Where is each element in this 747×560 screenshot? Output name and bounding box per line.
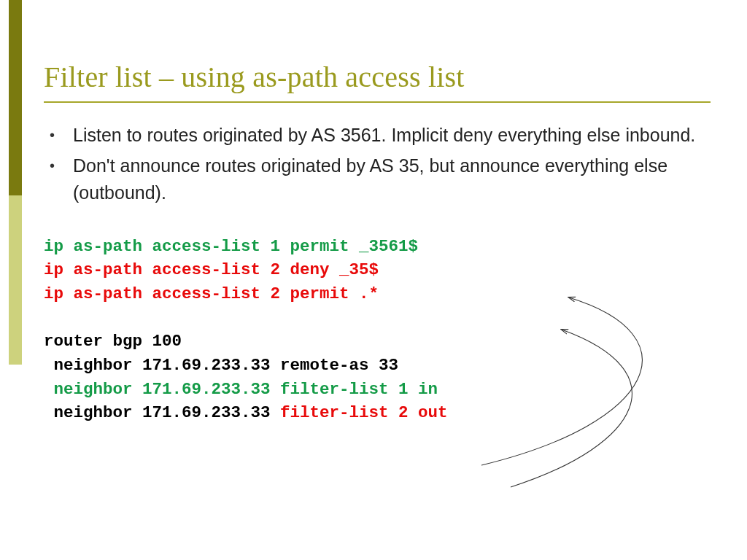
code-line: router bgp 100: [44, 332, 182, 351]
bullet-item: Listen to routes originated by AS 3561. …: [50, 122, 711, 148]
code-line-prefix: neighbor 171.69.233.33: [44, 403, 280, 422]
bullet-list: Listen to routes originated by AS 3561. …: [44, 122, 711, 206]
code-line: ip as-path access-list 2 permit .*: [44, 284, 379, 303]
bullet-item: Don't announce routes originated by AS 3…: [50, 152, 711, 206]
code-line: filter-list 2 out: [280, 403, 448, 422]
code-line: neighbor 171.69.233.33 filter-list 1 in: [54, 380, 438, 399]
slide-content: Filter list – using as-path access list …: [44, 60, 711, 425]
code-block: ip as-path access-list 1 permit _3561$ i…: [44, 235, 711, 425]
accent-bar-dark: [9, 0, 22, 195]
code-line: ip as-path access-list 1 permit _3561$: [44, 237, 418, 256]
slide-title: Filter list – using as-path access list: [44, 60, 711, 103]
code-line-prefix: [44, 380, 54, 399]
slide: Filter list – using as-path access list …: [0, 0, 747, 560]
accent-bar-light: [9, 195, 22, 365]
code-line: neighbor 171.69.233.33 remote-as 33: [44, 356, 398, 375]
code-line: ip as-path access-list 2 deny _35$: [44, 260, 379, 279]
